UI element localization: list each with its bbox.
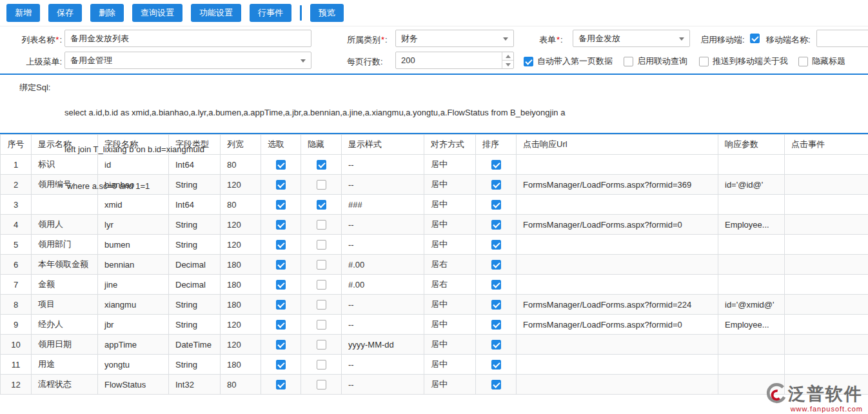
auto-first-page-checkbox[interactable]	[524, 57, 533, 66]
parent-menu-select[interactable]: 备用金管理	[64, 52, 311, 69]
row-event-button[interactable]: 行事件	[250, 4, 291, 22]
delete-button[interactable]: 删除	[90, 4, 124, 22]
parent-menu-label: 上级菜单:	[9, 57, 62, 67]
sort-checkbox[interactable]	[491, 320, 501, 330]
stepper-up-icon[interactable]	[502, 52, 513, 61]
category-select[interactable]: 财务	[395, 30, 514, 47]
cell-width: 180	[221, 355, 261, 375]
cell-params: id='@xmid@'	[718, 295, 785, 315]
sort-checkbox[interactable]	[491, 220, 501, 230]
cell-selected	[261, 335, 301, 355]
cell-selected	[261, 355, 301, 375]
cell-selected	[261, 275, 301, 295]
form-select[interactable]: 备用金发放	[573, 30, 690, 47]
cell-no: 6	[1, 255, 32, 275]
stepper-down-icon[interactable]	[502, 61, 513, 68]
sort-checkbox[interactable]	[491, 280, 501, 290]
sort-checkbox[interactable]	[491, 300, 501, 310]
form-value: 备用金发放	[578, 33, 620, 44]
sort-checkbox[interactable]	[491, 240, 501, 250]
cell-width: 180	[221, 275, 261, 295]
hidden-checkbox[interactable]	[317, 300, 326, 310]
cell-url: FormsManager/LoadForms.aspx?formid=224	[517, 295, 718, 315]
hidden-checkbox[interactable]	[317, 280, 326, 290]
form-area: 列表名称*: 所属类别*: 财务 表单*: 备用金发放 启用移动端: 移动端名称…	[0, 26, 868, 74]
option-label: 隐藏标题	[812, 55, 845, 67]
cell-field-type: Decimal	[169, 255, 221, 275]
cell-no: 7	[1, 275, 32, 295]
sort-checkbox[interactable]	[491, 380, 501, 389]
sql-label: 绑定Sql:	[19, 82, 50, 94]
hidden-checkbox[interactable]	[317, 220, 326, 230]
cell-field-name: bumen	[98, 235, 169, 255]
chevron-down-icon	[679, 37, 684, 41]
cell-params	[718, 335, 785, 355]
table-row: 11用途yongtuString180--居中	[1, 355, 868, 375]
save-button[interactable]: 保存	[48, 4, 82, 22]
cell-sort	[476, 335, 517, 355]
cell-sort	[476, 315, 517, 335]
cell-no: 5	[1, 235, 32, 255]
cell-field-type: String	[169, 235, 221, 255]
required-asterisk: *	[380, 35, 385, 44]
cell-align: 居右	[424, 275, 476, 295]
selected-checkbox[interactable]	[276, 300, 286, 310]
cell-hidden	[301, 375, 342, 395]
category-value: 财务	[401, 33, 418, 44]
cell-event	[785, 235, 868, 255]
list-name-input[interactable]	[64, 30, 311, 47]
hidden-checkbox[interactable]	[317, 320, 326, 330]
cell-field-type: String	[169, 315, 221, 335]
cell-url	[517, 235, 718, 255]
sort-checkbox[interactable]	[491, 340, 501, 350]
linked-query-checkbox[interactable]	[624, 57, 633, 66]
list-name-label: 列表名称*:	[9, 35, 62, 45]
cell-align: 居右	[424, 255, 476, 275]
hide-title-checkbox[interactable]	[798, 57, 808, 66]
chevron-down-icon	[301, 59, 306, 63]
sql-line: select a.id,b.id as xmid,a.bianhao,a.lyr…	[64, 106, 860, 119]
selected-checkbox[interactable]	[276, 320, 286, 330]
footer-logo: 泛普软件 www.fanpusoft.com	[764, 382, 863, 413]
selected-checkbox[interactable]	[276, 240, 286, 250]
rows-per-page-stepper[interactable]: 200	[395, 52, 514, 69]
cell-event	[785, 355, 868, 375]
push-mobile-checkbox[interactable]	[699, 57, 709, 66]
cell-no: 2	[1, 175, 32, 195]
hidden-checkbox[interactable]	[317, 360, 326, 370]
cell-hidden	[301, 215, 342, 235]
enable-mobile-checkbox[interactable]	[750, 34, 760, 43]
cell-style: --	[342, 235, 424, 255]
selected-checkbox[interactable]	[276, 220, 286, 230]
cell-sort	[476, 215, 517, 235]
selected-checkbox[interactable]	[276, 260, 286, 270]
hidden-checkbox[interactable]	[317, 240, 326, 250]
query-settings-button[interactable]: 查询设置	[132, 4, 182, 22]
selected-checkbox[interactable]	[276, 360, 286, 370]
cell-url	[517, 355, 718, 375]
brand-name: 泛普软件	[788, 382, 863, 406]
hidden-checkbox[interactable]	[317, 340, 326, 350]
add-button[interactable]: 新增	[6, 4, 40, 22]
option-label: 推送到移动端关于我	[713, 55, 788, 67]
hidden-checkbox[interactable]	[317, 380, 326, 389]
selected-checkbox[interactable]	[276, 340, 286, 350]
preview-button[interactable]: 预览	[310, 4, 344, 22]
sort-checkbox[interactable]	[491, 360, 501, 370]
selected-checkbox[interactable]	[276, 380, 286, 389]
function-settings-button[interactable]: 功能设置	[191, 4, 241, 22]
cell-event	[785, 335, 868, 355]
mobile-name-input[interactable]	[816, 30, 868, 47]
cell-display-name: 本年领取金额	[32, 255, 98, 275]
table-row: 9经办人jbrString120--居中FormsManager/LoadFor…	[1, 315, 868, 335]
sql-text[interactable]: select a.id,b.id as xmid,a.bianhao,a.lyr…	[64, 82, 860, 217]
cell-hidden	[301, 315, 342, 335]
selected-checkbox[interactable]	[276, 280, 286, 290]
cell-sort	[476, 255, 517, 275]
cell-sort	[476, 235, 517, 255]
cell-field-type: DateTime	[169, 335, 221, 355]
hidden-checkbox[interactable]	[317, 260, 326, 270]
brand-url[interactable]: www.fanpusoft.com	[791, 405, 863, 413]
sort-checkbox[interactable]	[491, 260, 501, 270]
table-row: 6本年领取金额bennianDecimal180#.00居右	[1, 255, 868, 275]
